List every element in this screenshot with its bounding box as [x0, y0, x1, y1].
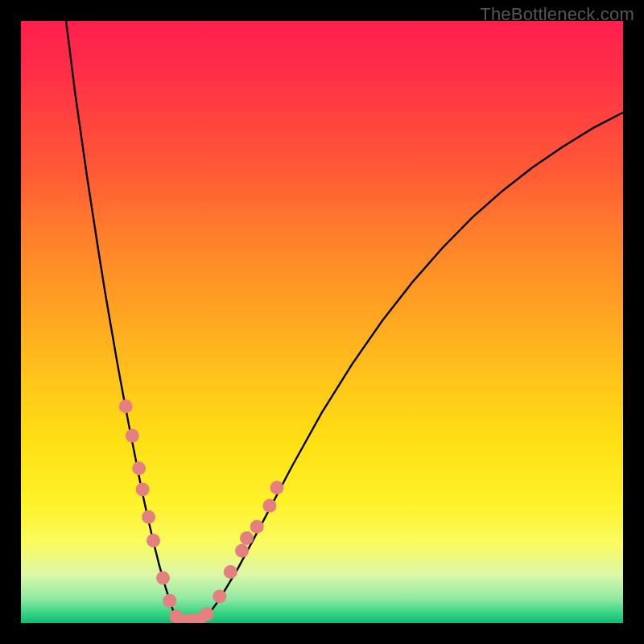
- marker-dot: [132, 461, 146, 475]
- marker-dot: [142, 510, 155, 524]
- bottleneck-curve-svg: [21, 21, 623, 623]
- marker-dot: [156, 571, 170, 584]
- marker-dot: [119, 399, 133, 413]
- marker-dot: [147, 534, 160, 547]
- plot-area: [21, 21, 623, 623]
- series-left-curve: [66, 21, 175, 617]
- chart-frame: TheBottleneck.com: [0, 0, 644, 644]
- series-right-curve: [208, 113, 623, 616]
- marker-dot: [213, 590, 226, 604]
- marker-dot: [224, 565, 237, 579]
- marker-dot: [126, 429, 139, 443]
- marker-dot: [163, 594, 176, 608]
- marker-dot: [235, 544, 249, 558]
- marker-dot: [270, 481, 283, 494]
- marker-dot: [262, 499, 276, 513]
- marker-dot: [136, 482, 150, 496]
- marker-dot: [240, 531, 254, 545]
- marker-dot: [200, 607, 214, 621]
- marker-dot: [250, 520, 264, 534]
- watermark-label: TheBottleneck.com: [480, 4, 634, 25]
